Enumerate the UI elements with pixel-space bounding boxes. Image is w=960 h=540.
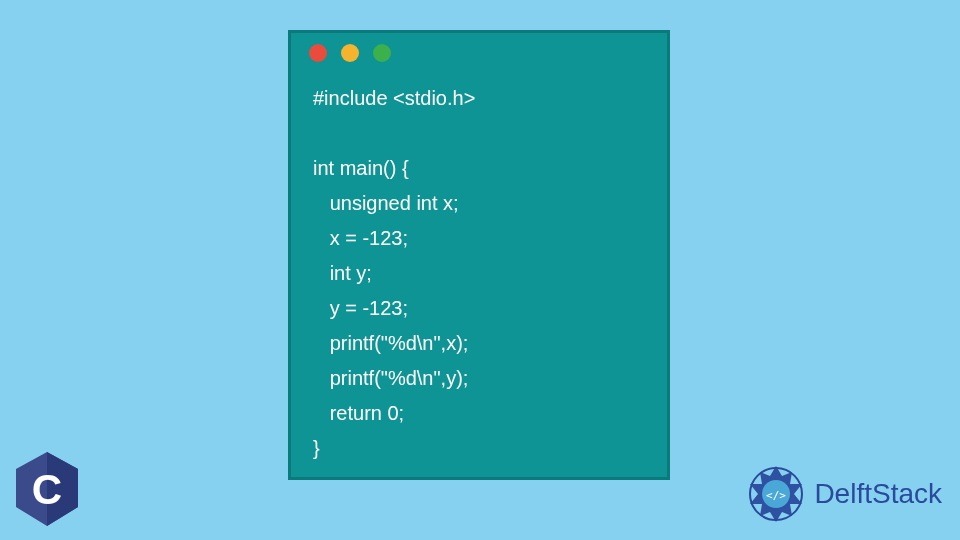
code-block: #include <stdio.h> int main() { unsigned… [291, 73, 667, 466]
delftstack-logo: </> DelftStack [744, 462, 942, 526]
svg-text:</>: </> [766, 489, 786, 502]
minimize-icon [341, 44, 359, 62]
maximize-icon [373, 44, 391, 62]
c-language-logo-icon: C [12, 450, 82, 528]
code-window: #include <stdio.h> int main() { unsigned… [288, 30, 670, 480]
window-titlebar [291, 33, 667, 73]
svg-text:C: C [32, 466, 62, 513]
delftstack-text: DelftStack [814, 478, 942, 510]
close-icon [309, 44, 327, 62]
delftstack-seal-icon: </> [744, 462, 808, 526]
